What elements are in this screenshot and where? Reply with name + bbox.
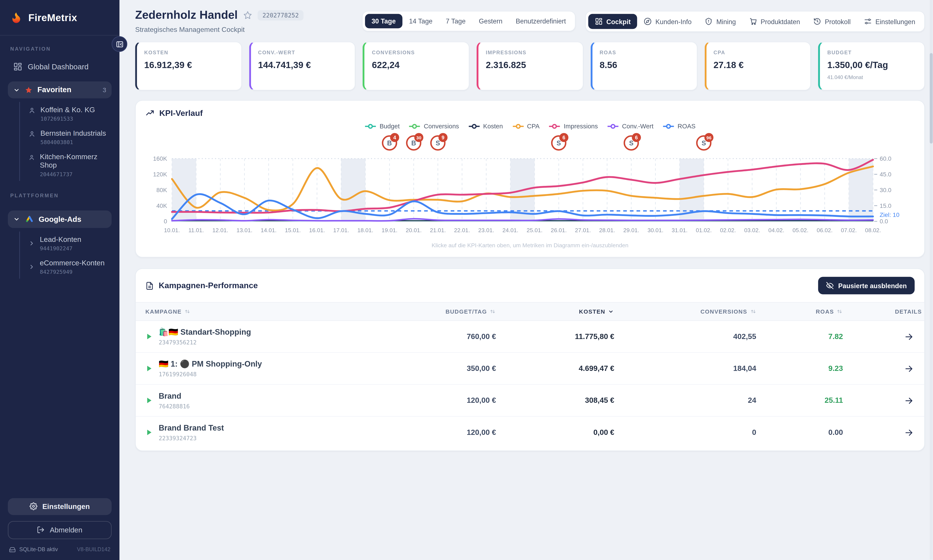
star-icon bbox=[25, 86, 32, 94]
svg-text:60.0: 60.0 bbox=[879, 155, 891, 162]
sort-desc-icon bbox=[608, 308, 614, 315]
budget-cell: 120,00 € bbox=[404, 428, 498, 437]
platforms-section-label: PLATTFORMEN bbox=[10, 192, 109, 198]
annotation-marker[interactable]: S6 bbox=[552, 133, 568, 150]
annotation-marker[interactable]: B30 bbox=[407, 133, 423, 150]
annotation-marker[interactable]: S6 bbox=[624, 133, 641, 150]
db-status: SQLite-DB aktiv bbox=[19, 546, 58, 552]
favorites-group-header[interactable]: Favoriten 3 bbox=[8, 82, 112, 98]
hide-paused-button[interactable]: Pausierte ausblenden bbox=[818, 277, 915, 294]
campaign-table: KAMPAGNEBUDGET/TAGKOSTENCONVERSIONSROASD… bbox=[136, 302, 924, 448]
google-ads-children: Lead-Konten9441902247eCommerce-Konten842… bbox=[19, 232, 112, 278]
range-gestern[interactable]: Gestern bbox=[472, 14, 509, 28]
gear-icon bbox=[30, 503, 37, 510]
play-status-icon bbox=[145, 364, 153, 372]
tab-protokoll[interactable]: Protokoll bbox=[807, 14, 858, 29]
legend-item-cpa[interactable]: CPA bbox=[512, 122, 540, 130]
table-row[interactable]: 🛍️🇩🇪 Standart-Shopping23479356212760,00 … bbox=[136, 321, 924, 353]
kpi-card-budget[interactable]: BUDGET1.350,00 €/Tag41.040 €/Monat bbox=[818, 42, 925, 91]
favorite-item[interactable]: Koffein & Ko. KG1072691533 bbox=[27, 102, 112, 125]
column-header-conversions[interactable]: CONVERSIONS bbox=[617, 308, 759, 315]
kpi-card-conv-wert[interactable]: CONV.-WERT144.741,39 € bbox=[249, 42, 356, 91]
details-link[interactable] bbox=[845, 364, 924, 373]
column-header-roas[interactable]: ROAS bbox=[759, 308, 845, 315]
range-14-tage[interactable]: 14 Tage bbox=[402, 14, 439, 28]
conversions-cell: 0 bbox=[617, 428, 759, 437]
column-header-details[interactable]: DETAILS bbox=[845, 308, 924, 315]
roas-cell: 25.11 bbox=[759, 396, 845, 405]
table-row[interactable]: Brand Brand Test22339324723120,00 €0,00 … bbox=[136, 417, 924, 448]
legend-marker-icon bbox=[468, 123, 480, 129]
legend-item-conv-wert[interactable]: Conv.-Wert bbox=[607, 122, 654, 130]
kpi-card-impressions[interactable]: IMPRESSIONS2.316.825 bbox=[477, 42, 583, 91]
sidebar-item-label: Global Dashboard bbox=[28, 63, 89, 71]
brand-title: FireMetrix bbox=[28, 12, 77, 23]
target-label: Ziel: 10 bbox=[879, 211, 899, 218]
sort-icon bbox=[836, 308, 843, 315]
favorite-toggle-star-icon[interactable] bbox=[243, 11, 252, 20]
table-row[interactable]: Brand764288816120,00 €308,45 €2425.11 bbox=[136, 385, 924, 417]
sidebar-item-global-dashboard[interactable]: Global Dashboard bbox=[8, 58, 112, 75]
annotation-marker[interactable]: S9 bbox=[431, 133, 448, 150]
svg-text:80K: 80K bbox=[156, 187, 167, 194]
column-header-budget-tag[interactable]: BUDGET/TAG bbox=[404, 308, 498, 315]
kosten-cell: 308,45 € bbox=[498, 396, 617, 405]
legend-item-roas[interactable]: ROAS bbox=[663, 122, 696, 130]
svg-text:08.02.: 08.02. bbox=[865, 227, 881, 234]
details-link[interactable] bbox=[845, 396, 924, 405]
sidebar: FireMetrix NAVIGATION Global Dashboard bbox=[0, 0, 119, 560]
settings-button[interactable]: Einstellungen bbox=[8, 498, 112, 515]
play-status-icon bbox=[145, 396, 153, 405]
tab-kunden-info[interactable]: Kunden-Info bbox=[637, 14, 698, 29]
arrow-right-icon bbox=[904, 364, 913, 373]
favorite-item[interactable]: Bernstein Industrials5804003801 bbox=[27, 125, 112, 149]
scrollbar-thumb[interactable] bbox=[930, 53, 933, 143]
sidebar-item-ecommerce-konten[interactable]: eCommerce-Konten8427925949 bbox=[27, 255, 112, 278]
details-link[interactable] bbox=[845, 428, 924, 437]
campaign-table-card: Kampagnen-Performance Pausierte ausblend… bbox=[135, 268, 925, 451]
table-row[interactable]: 🇩🇪 1: ⚫ PM Shopping-Only17619926048350,0… bbox=[136, 353, 924, 385]
svg-text:96: 96 bbox=[706, 135, 711, 140]
legend-item-kosten[interactable]: Kosten bbox=[468, 122, 503, 130]
kpi-card-kosten[interactable]: KOSTEN16.912,39 € bbox=[135, 42, 242, 91]
roas-cell: 7.82 bbox=[759, 332, 845, 341]
logout-button[interactable]: Abmelden bbox=[8, 521, 112, 539]
range-7-tage[interactable]: 7 Tage bbox=[439, 14, 472, 28]
kpi-card-conversions[interactable]: CONVERSIONS622,24 bbox=[363, 42, 470, 91]
sidebar-item-lead-konten[interactable]: Lead-Konten9441902247 bbox=[27, 232, 112, 255]
roas-cell: 0.00 bbox=[759, 428, 845, 437]
svg-text:20.01.: 20.01. bbox=[406, 227, 422, 234]
tab-mining[interactable]: Mining bbox=[698, 14, 742, 29]
column-header-kosten[interactable]: KOSTEN bbox=[498, 308, 617, 315]
kpi-card-cpa[interactable]: CPA27.18 € bbox=[704, 42, 811, 91]
scrollbar-track[interactable] bbox=[930, 0, 933, 560]
eye-off-icon bbox=[826, 282, 834, 289]
range-benutzerdefiniert[interactable]: Benutzerdefiniert bbox=[509, 14, 573, 28]
legend-marker-icon bbox=[365, 123, 377, 129]
svg-text:28.01.: 28.01. bbox=[599, 227, 615, 234]
legend-item-budget[interactable]: Budget bbox=[365, 122, 400, 130]
range-30-tage[interactable]: 30 Tage bbox=[365, 14, 402, 28]
sidebar-item-google-ads[interactable]: Google-Ads bbox=[8, 211, 112, 228]
tab-produktdaten[interactable]: Produktdaten bbox=[742, 14, 807, 29]
annotation-marker[interactable]: B4 bbox=[383, 133, 399, 150]
build-version: V8-BUILD142 bbox=[77, 546, 110, 552]
tab-cockpit[interactable]: Cockpit bbox=[588, 14, 637, 29]
google-ads-label: Google-Ads bbox=[38, 215, 106, 223]
legend-item-impressions[interactable]: Impressions bbox=[549, 122, 598, 130]
arrow-right-icon bbox=[904, 428, 913, 437]
kpi-card-roas[interactable]: ROAS8.56 bbox=[591, 42, 697, 91]
sidebar-collapse-button[interactable] bbox=[112, 36, 127, 52]
details-link[interactable] bbox=[845, 332, 924, 341]
legend-item-conversions[interactable]: Conversions bbox=[409, 122, 459, 130]
tab-einstellungen[interactable]: Einstellungen bbox=[858, 14, 922, 29]
column-header-kampagne[interactable]: KAMPAGNE bbox=[136, 308, 404, 315]
kpi-line-chart: 040K80K120K160K0.015.030.045.060.0Ziel: … bbox=[145, 130, 915, 240]
campaign-name: 🛍️🇩🇪 Standart-Shopping bbox=[159, 328, 251, 337]
svg-text:S: S bbox=[557, 139, 561, 147]
svg-text:02.02.: 02.02. bbox=[720, 227, 736, 234]
favorite-item[interactable]: Kitchen-Kommerz Shop2044671737 bbox=[27, 149, 112, 181]
annotation-marker[interactable]: S96 bbox=[697, 133, 713, 150]
chart-legend: BudgetConversionsKostenCPAImpressionsCon… bbox=[145, 122, 915, 130]
person-icon bbox=[28, 107, 36, 114]
